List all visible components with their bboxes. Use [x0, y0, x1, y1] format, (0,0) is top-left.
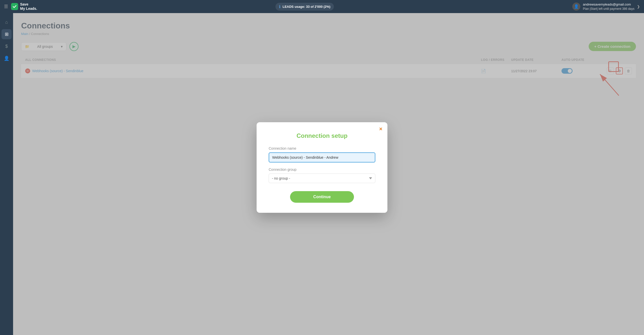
- user-area[interactable]: 👤 andrewsavemyleads@gmail.com Plan |Star…: [572, 2, 640, 11]
- user-avatar-icon: 👤: [572, 3, 580, 11]
- topbar-left: ☰ Save My Leads.: [4, 2, 37, 11]
- logo-text: Save My Leads.: [20, 2, 37, 11]
- sidebar-item-billing[interactable]: $: [2, 41, 12, 51]
- modal-close-button[interactable]: ×: [379, 126, 382, 132]
- user-plan: Plan |Start| left until payment 386 days: [583, 7, 634, 11]
- connection-name-input[interactable]: [269, 152, 375, 162]
- leads-usage-badge: ℹ LEADS usage: 33 of 2'000 (2%): [275, 3, 334, 11]
- continue-button[interactable]: Continue: [290, 191, 354, 203]
- topbar: ☰ Save My Leads. ℹ LEADS usage: 33 of 2'…: [0, 0, 644, 13]
- sidebar-item-profile[interactable]: 👤: [2, 53, 12, 63]
- connection-group-label: Connection group: [269, 168, 375, 172]
- logo-icon: [11, 3, 18, 10]
- sidebar-item-home[interactable]: ⌂: [2, 17, 12, 27]
- sidebar: ⌂ ⊞ $ 👤: [0, 13, 13, 335]
- hamburger-icon[interactable]: ☰: [4, 4, 8, 9]
- info-icon: ℹ: [279, 4, 280, 9]
- leads-usage-text: LEADS usage: 33 of 2'000 (2%): [283, 5, 330, 9]
- modal-title: Connection setup: [269, 132, 375, 139]
- chevron-down-icon: ❯: [637, 5, 640, 9]
- topbar-center: ℹ LEADS usage: 33 of 2'000 (2%): [275, 3, 334, 11]
- connection-setup-modal: × Connection setup Connection name Conne…: [257, 122, 387, 213]
- topbar-right: 👤 andrewsavemyleads@gmail.com Plan |Star…: [572, 2, 640, 11]
- sidebar-item-connections[interactable]: ⊞: [2, 29, 12, 39]
- user-info: andrewsavemyleads@gmail.com Plan |Start|…: [583, 2, 634, 11]
- logo: Save My Leads.: [11, 2, 37, 11]
- user-email: andrewsavemyleads@gmail.com: [583, 2, 634, 7]
- connection-name-label: Connection name: [269, 146, 375, 150]
- connection-group-select[interactable]: - no group -: [269, 174, 375, 183]
